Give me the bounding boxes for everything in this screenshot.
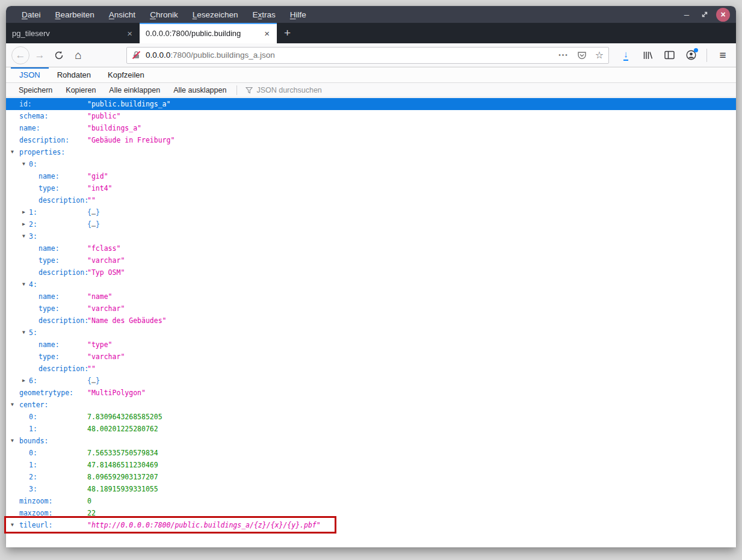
json-key: description: [39,365,88,373]
json-row[interactable]: ▼bounds: [6,435,736,447]
toolbar-button[interactable]: Alle einklappen [102,83,167,97]
url-text[interactable]: 0.0.0.0:7800/public.buildings_a.json [146,51,558,60]
json-row[interactable]: name:"buildings_a" [6,122,736,134]
json-row[interactable]: type:"int4" [6,182,736,194]
json-row[interactable]: 2:8.096592903137207 [6,471,736,483]
tab-close-icon[interactable]: × [262,28,272,38]
json-value: 8.096592903137207 [87,471,158,483]
json-row[interactable]: description:"" [6,194,736,206]
json-key: 3: [29,232,37,241]
json-row[interactable]: type:"varchar" [6,254,736,266]
home-button[interactable]: ⌂ [69,46,87,64]
viewer-tab-json[interactable]: JSON [11,67,49,82]
json-row[interactable]: 0:7.8309643268585205 [6,411,736,423]
json-row[interactable]: id:"public.buildings_a" [6,98,736,110]
json-row[interactable]: type:"varchar" [6,351,736,363]
expander-icon[interactable]: ▼ [22,278,25,291]
json-row[interactable]: description:"Name des Gebäudes" [6,315,736,327]
browser-tab[interactable]: pg_tileserv× [6,23,140,43]
json-row[interactable]: ▼tileurl:"http://0.0.0.0:7800/public.bui… [6,519,736,531]
expander-icon[interactable]: ▼ [11,146,14,158]
json-key: 3: [29,485,37,493]
library-icon[interactable] [639,47,656,64]
downloads-icon[interactable]: ↓ [617,47,634,64]
toolbar-button[interactable]: Kopieren [59,83,102,97]
menu-item-ansicht[interactable]: Ansicht [103,8,141,22]
json-key: tileurl: [19,521,52,529]
viewer-tab-kopfzeilen[interactable]: Kopfzeilen [99,67,153,82]
json-row[interactable]: ▶6:{…} [6,375,736,387]
new-tab-button[interactable]: + [277,23,298,43]
json-key: description: [39,196,88,205]
forward-button[interactable]: → [31,46,49,64]
expander-icon[interactable]: ▼ [11,399,14,411]
json-row[interactable]: ▶1:{…} [6,206,736,218]
json-row[interactable]: ▼4: [6,278,736,291]
json-key: 2: [29,473,37,481]
json-row[interactable]: name:"type" [6,339,736,351]
expander-icon[interactable]: ▼ [11,519,14,531]
expander-icon[interactable]: ▶ [22,375,25,387]
json-row[interactable]: schema:"public" [6,110,736,122]
json-tree: id:"public.buildings_a"schema:"public"na… [6,97,736,531]
json-row[interactable]: name:"fclass" [6,242,736,254]
menu-item-extras[interactable]: Extras [247,8,282,22]
viewer-tab-rohdaten[interactable]: Rohdaten [49,67,99,82]
json-row[interactable]: maxzoom:22 [6,507,736,519]
json-key: description: [39,316,88,325]
json-value: "MultiPolygon" [87,387,146,399]
account-icon[interactable] [682,47,699,64]
minimize-icon[interactable]: – [680,8,693,21]
json-row[interactable]: ▼properties: [6,146,736,158]
insecure-lock-icon[interactable] [132,51,141,60]
toolbar-button[interactable]: Alle ausklappen [167,83,233,97]
json-row[interactable]: 3:48.18915939331055 [6,483,736,495]
json-row[interactable]: description:"Typ OSM" [6,266,736,278]
reload-button[interactable] [50,46,68,64]
url-bar[interactable]: 0.0.0.0:7800/public.buildings_a.json •••… [126,47,609,64]
json-row[interactable]: 0:7.565335750579834 [6,447,736,459]
json-row[interactable]: 1:48.00201225280762 [6,423,736,435]
maximize-icon[interactable] [700,10,709,19]
pocket-icon[interactable] [577,51,587,60]
browser-tab[interactable]: 0.0.0.0:7800/public.building× [140,23,277,43]
json-row[interactable]: ▼3: [6,230,736,242]
expander-icon[interactable]: ▼ [22,230,25,242]
json-search-input[interactable] [256,86,365,94]
tab-close-icon[interactable]: × [125,28,135,38]
json-row[interactable]: type:"varchar" [6,303,736,315]
json-value: {…} [87,375,100,387]
expander-icon[interactable]: ▶ [22,206,25,218]
menu-item-chronik[interactable]: Chronik [144,8,184,22]
json-row[interactable]: 1:47.81486511230469 [6,459,736,471]
json-row[interactable]: ▶2:{…} [6,218,736,230]
back-button[interactable]: ← [11,46,29,64]
expander-icon[interactable]: ▼ [22,158,25,170]
bookmark-star-icon[interactable]: ☆ [595,49,604,61]
menu-item-lesezeichen[interactable]: Lesezeichen [187,8,244,22]
json-row[interactable]: ▼5: [6,327,736,339]
toolbar-button[interactable]: Speichern [12,83,59,97]
menu-item-hilfe[interactable]: Hilfe [284,8,312,22]
expander-icon[interactable]: ▶ [22,218,25,230]
menu-item-bearbeiten[interactable]: Bearbeiten [49,8,100,22]
json-row[interactable]: ▼center: [6,399,736,411]
json-row[interactable]: minzoom:0 [6,495,736,507]
json-row[interactable]: ▼0: [6,158,736,170]
json-value: "int4" [87,182,113,194]
expander-icon[interactable]: ▼ [22,327,25,339]
browser-tabbar: pg_tileserv×0.0.0.0:7800/public.building… [6,23,736,43]
json-row[interactable]: description:"" [6,363,736,375]
hamburger-menu-icon[interactable]: ≡ [714,47,731,64]
expander-icon[interactable]: ▼ [11,435,14,447]
json-row[interactable]: description:"Gebäude in Freiburg" [6,134,736,146]
json-row[interactable]: name:"name" [6,291,736,303]
json-row[interactable]: geometrytype:"MultiPolygon" [6,387,736,399]
close-icon[interactable]: × [716,8,730,22]
json-row[interactable]: name:"gid" [6,170,736,182]
page-actions-icon[interactable]: ••• [558,52,569,58]
json-key: minzoom: [19,497,52,505]
json-value: "" [87,194,96,206]
sidebar-icon[interactable] [661,47,678,64]
menu-item-datei[interactable]: Datei [16,8,47,22]
